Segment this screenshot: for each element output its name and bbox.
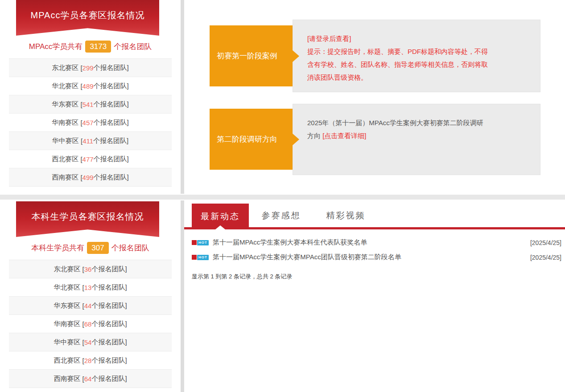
region-list: 东北赛区 [36个报名团队]华北赛区 [13个报名团队]华东赛区 [44个报名团… — [9, 260, 172, 388]
mpacc-regions-panel: MPAcc学员各赛区报名情况 MPAcc学员共有3173个报名团队 东北赛区 [… — [0, 0, 181, 195]
region-row[interactable]: 华北赛区 [13个报名团队] — [9, 278, 172, 297]
tab-label: 精彩视频 — [326, 210, 366, 221]
bracket-open: [ — [78, 155, 82, 163]
region-name: 华北赛区 — [52, 82, 78, 90]
announcements-section: [请登录后查看] 提示：提交报告时，标题、摘要、PDF标题和内容等处，不得含有学… — [184, 0, 565, 195]
news-title-link[interactable]: 第十一届MPAcc学生案例大赛MPAcc团队晋级初赛第二阶段名单 — [213, 253, 401, 261]
region-row[interactable]: 华东赛区 [541个报名团队] — [9, 95, 172, 114]
bracket-open: [ — [78, 101, 82, 108]
bracket-open: [ — [78, 174, 82, 181]
bracket-close: 个报名团队] — [94, 64, 129, 72]
bracket-open: [ — [80, 339, 84, 346]
region-team-count: 477 — [82, 155, 94, 163]
summary-suffix: 个报名团队 — [114, 42, 152, 51]
bracket-close: 个报名团队] — [91, 320, 127, 328]
bracket-open: [ — [80, 265, 84, 273]
region-name: 华中赛区 — [52, 137, 79, 145]
region-name: 华北赛区 — [54, 283, 80, 292]
region-name: 华南赛区 — [52, 118, 78, 127]
region-team-count: 44 — [84, 302, 92, 310]
stage-one-case-button[interactable]: 初赛第一阶段案例 — [210, 25, 293, 86]
view-details-link[interactable]: [点击查看详细] — [322, 132, 366, 139]
summary-prefix: MPAcc学员共有 — [29, 42, 83, 51]
vertical-divider — [181, 0, 184, 194]
count-badge: 307 — [87, 242, 108, 254]
region-row[interactable]: 华南赛区 [68个报名团队] — [9, 315, 172, 333]
region-list: 东北赛区 [299个报名团队]华北赛区 [489个报名团队]华东赛区 [541个… — [9, 58, 172, 187]
stage-one-announcement-box: [请登录后查看] 提示：提交报告时，标题、摘要、PDF标题和内容等处，不得含有学… — [293, 20, 540, 92]
region-team-count: 28 — [84, 357, 92, 364]
ribbon-banner: 本科生学员各赛区报名情况 — [16, 201, 159, 237]
region-name: 华南赛区 — [54, 320, 80, 328]
tab-label: 参赛感想 — [262, 210, 301, 221]
news-tabbar: 最新动态参赛感想精彩视频 — [184, 200, 565, 229]
region-row[interactable]: 西南赛区 [499个报名团队] — [9, 168, 172, 187]
region-row[interactable]: 华北赛区 [489个报名团队] — [9, 77, 172, 95]
region-row[interactable]: 西南赛区 [64个报名团队] — [9, 370, 172, 388]
news-tab-1[interactable]: 参赛感想 — [249, 204, 313, 227]
hot-square-icon — [192, 255, 197, 260]
bracket-close: 个报名团队] — [91, 356, 127, 365]
horizontal-divider — [0, 195, 565, 200]
login-required-notice: [请登录后查看] — [307, 32, 527, 45]
bracket-close: 个报名团队] — [91, 265, 127, 274]
news-list: HOT第十一届MPAcc学生案例大赛本科生代表队获奖名单[2025/4/25]H… — [184, 229, 565, 265]
region-row[interactable]: 西北赛区 [477个报名团队] — [9, 150, 172, 168]
region-team-count: 411 — [82, 137, 93, 145]
region-team-count: 68 — [84, 320, 92, 328]
region-team-count: 36 — [84, 265, 92, 273]
region-row[interactable]: 华中赛区 [54个报名团队] — [9, 333, 172, 351]
bracket-close: 个报名团队] — [94, 118, 129, 127]
bracket-open: [ — [78, 82, 82, 90]
summary-suffix: 个报名团队 — [111, 244, 149, 252]
region-row[interactable]: 西北赛区 [28个报名团队] — [9, 351, 172, 370]
active-tab-notch-icon — [215, 225, 225, 229]
region-name: 华中赛区 — [54, 338, 80, 347]
region-name: 华东赛区 — [52, 100, 78, 109]
region-team-count: 54 — [84, 339, 92, 346]
panel-title: MPAcc学员各赛区报名情况 — [31, 9, 145, 21]
hot-square-icon — [192, 240, 197, 245]
news-title-link[interactable]: 第十一届MPAcc学生案例大赛本科生代表队获奖名单 — [213, 238, 367, 247]
region-team-count: 299 — [82, 64, 94, 72]
bracket-close: 个报名团队] — [91, 283, 127, 292]
bracket-close: 个报名团队] — [94, 155, 129, 163]
news-tab-0[interactable]: 最新动态 — [192, 204, 249, 229]
region-team-count: 499 — [82, 174, 94, 181]
region-team-count: 541 — [82, 101, 94, 108]
news-tab-2[interactable]: 精彩视频 — [313, 204, 378, 227]
region-name: 东北赛区 — [52, 64, 78, 72]
arrow-right-icon — [292, 133, 299, 146]
region-team-count: 489 — [82, 82, 94, 90]
region-team-count: 64 — [84, 375, 92, 383]
team-count-summary: MPAcc学员共有3173个报名团队 — [0, 41, 181, 53]
team-count-summary: 本科生学员共有307个报名团队 — [0, 242, 181, 254]
stage-two-survey-button[interactable]: 第二阶段调研方向 — [210, 109, 293, 170]
bracket-open: [ — [80, 284, 84, 291]
bracket-open: [ — [80, 320, 84, 328]
bracket-close: 个报名团队] — [94, 100, 129, 109]
bracket-open: [ — [79, 137, 82, 145]
region-row[interactable]: 华中赛区 [411个报名团队] — [9, 132, 172, 150]
bracket-open: [ — [80, 357, 84, 364]
region-row[interactable]: 华南赛区 [457个报名团队] — [9, 114, 172, 132]
region-row[interactable]: 东北赛区 [299个报名团队] — [9, 59, 172, 77]
region-row[interactable]: 华东赛区 [44个报名团队] — [9, 297, 172, 315]
panel-title: 本科生学员各赛区报名情况 — [32, 211, 144, 223]
bracket-close: 个报名团队] — [91, 302, 127, 310]
button-label: 第二阶段调研方向 — [217, 134, 277, 144]
region-name: 西南赛区 — [52, 173, 78, 182]
news-row: HOT第十一届MPAcc学生案例大赛MPAcc团队晋级初赛第二阶段名单[2025… — [192, 250, 562, 265]
summary-prefix: 本科生学员共有 — [31, 244, 84, 252]
undergrad-regions-panel: 本科生学员各赛区报名情况 本科生学员共有307个报名团队 东北赛区 [36个报名… — [0, 200, 181, 392]
region-row[interactable]: 东北赛区 [36个报名团队] — [9, 260, 172, 278]
hot-label: HOT — [197, 240, 209, 245]
stage-two-text: 2025年（第十一届）MPAcc学生案例大赛初赛第二阶段调研方向 [点击查看详细… — [307, 116, 487, 142]
count-badge: 3173 — [85, 41, 111, 53]
region-team-count: 457 — [82, 119, 94, 127]
bracket-open: [ — [80, 375, 84, 383]
hot-label: HOT — [197, 255, 209, 260]
news-section: 最新动态参赛感想精彩视频 HOT第十一届MPAcc学生案例大赛本科生代表队获奖名… — [184, 200, 565, 392]
region-name: 西北赛区 — [54, 356, 80, 365]
bracket-open: [ — [78, 64, 82, 72]
